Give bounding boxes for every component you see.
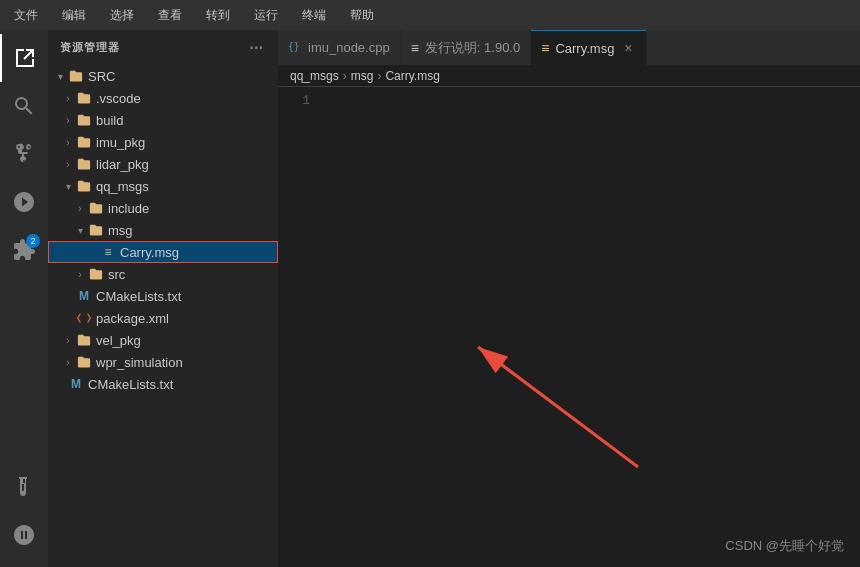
sidebar-title: 资源管理器 bbox=[60, 40, 120, 55]
menu-bar[interactable]: 文件 编辑 选择 查看 转到 运行 终端 帮助 bbox=[10, 5, 378, 26]
tree-icon-folder bbox=[88, 200, 104, 216]
remote-activity-icon[interactable] bbox=[0, 511, 48, 559]
tree-arrow-vscode: › bbox=[60, 90, 76, 106]
tab-imu_node[interactable]: {}imu_node.cpp bbox=[278, 30, 401, 65]
tree-label-qq_msgs: qq_msgs bbox=[96, 179, 149, 194]
tree-label-include: include bbox=[108, 201, 149, 216]
sidebar: 资源管理器 ⋯ ▾SRC›.vscode›build›imu_pkg›lidar… bbox=[48, 30, 278, 567]
editor-area: {}imu_node.cpp≡发行说明: 1.90.0≡Carry.msg× q… bbox=[278, 30, 860, 567]
tab-label-imu_node: imu_node.cpp bbox=[308, 40, 390, 55]
test-activity-icon[interactable] bbox=[0, 463, 48, 511]
menu-edit[interactable]: 编辑 bbox=[58, 5, 90, 26]
tree-arrow-carry_msg bbox=[84, 244, 100, 260]
extensions-activity-icon[interactable]: 2 bbox=[0, 226, 48, 274]
extensions-badge: 2 bbox=[26, 234, 40, 248]
tree-label-cmake1: CMakeLists.txt bbox=[96, 289, 181, 304]
run-activity-icon[interactable] bbox=[0, 178, 48, 226]
tree-label-src_sub: src bbox=[108, 267, 125, 282]
tree-label-imu_pkg: imu_pkg bbox=[96, 135, 145, 150]
tree-item-build[interactable]: ›build bbox=[48, 109, 278, 131]
menu-run[interactable]: 运行 bbox=[250, 5, 282, 26]
tree-item-carry_msg[interactable]: ≡Carry.msg bbox=[48, 241, 278, 263]
tree-item-cmake1[interactable]: MCMakeLists.txt bbox=[48, 285, 278, 307]
tree-item-wpr_sim[interactable]: ›wpr_simulation bbox=[48, 351, 278, 373]
tree-icon-xml bbox=[76, 310, 92, 326]
tab-carry[interactable]: ≡Carry.msg× bbox=[531, 30, 647, 65]
menu-goto[interactable]: 转到 bbox=[202, 5, 234, 26]
tree-item-vel_pkg[interactable]: ›vel_pkg bbox=[48, 329, 278, 351]
tree-arrow-build: › bbox=[60, 112, 76, 128]
cpp-icon: {} bbox=[288, 39, 302, 56]
tree-label-package_xml: package.xml bbox=[96, 311, 169, 326]
menu-terminal[interactable]: 终端 bbox=[298, 5, 330, 26]
tree-arrow-wpr_sim: › bbox=[60, 354, 76, 370]
tree-arrow-lidar_pkg: › bbox=[60, 156, 76, 172]
sidebar-tree: ▾SRC›.vscode›build›imu_pkg›lidar_pkg▾qq_… bbox=[48, 65, 278, 567]
note-icon: ≡ bbox=[411, 40, 419, 56]
tree-arrow-msg: ▾ bbox=[72, 222, 88, 238]
tree-icon-msg: ≡ bbox=[100, 244, 116, 260]
breadcrumb-sep-1: › bbox=[377, 69, 381, 83]
tree-item-package_xml[interactable]: package.xml bbox=[48, 307, 278, 329]
tree-arrow-package_xml bbox=[60, 310, 76, 326]
breadcrumb-part-2[interactable]: Carry.msg bbox=[385, 69, 439, 83]
tree-item-imu_pkg[interactable]: ›imu_pkg bbox=[48, 131, 278, 153]
search-activity-icon[interactable] bbox=[0, 82, 48, 130]
tree-icon-cmake: M bbox=[76, 288, 92, 304]
tree-item-vscode[interactable]: ›.vscode bbox=[48, 87, 278, 109]
tree-arrow-include: › bbox=[72, 200, 88, 216]
tree-icon-folder bbox=[88, 222, 104, 238]
tree-label-wpr_sim: wpr_simulation bbox=[96, 355, 183, 370]
tree-label-build: build bbox=[96, 113, 123, 128]
tree-item-lidar_pkg[interactable]: ›lidar_pkg bbox=[48, 153, 278, 175]
source-control-activity-icon[interactable] bbox=[0, 130, 48, 178]
tree-label-vel_pkg: vel_pkg bbox=[96, 333, 141, 348]
tab-publish[interactable]: ≡发行说明: 1.90.0 bbox=[401, 30, 532, 65]
msg-icon: ≡ bbox=[541, 40, 549, 56]
tree-label-carry_msg: Carry.msg bbox=[120, 245, 179, 260]
tab-label-publish: 发行说明: 1.90.0 bbox=[425, 39, 520, 57]
tree-icon-folder bbox=[76, 354, 92, 370]
code-area[interactable] bbox=[318, 87, 860, 567]
tab-label-carry: Carry.msg bbox=[555, 41, 614, 56]
tree-arrow-imu_pkg: › bbox=[60, 134, 76, 150]
menu-help[interactable]: 帮助 bbox=[346, 5, 378, 26]
tree-icon-folder bbox=[76, 156, 92, 172]
menu-select[interactable]: 选择 bbox=[106, 5, 138, 26]
watermark: CSDN @先睡个好觉 bbox=[725, 537, 844, 555]
svg-text:{}: {} bbox=[288, 41, 300, 52]
tree-label-lidar_pkg: lidar_pkg bbox=[96, 157, 149, 172]
tab-close-carry[interactable]: × bbox=[620, 40, 636, 56]
sidebar-header: 资源管理器 ⋯ bbox=[48, 30, 278, 65]
tree-arrow-src: ▾ bbox=[52, 68, 68, 84]
sidebar-header-icons: ⋯ bbox=[247, 38, 266, 58]
breadcrumb-sep-0: › bbox=[343, 69, 347, 83]
tree-item-src_sub[interactable]: ›src bbox=[48, 263, 278, 285]
new-file-icon[interactable]: ⋯ bbox=[247, 38, 266, 58]
tree-label-msg: msg bbox=[108, 223, 133, 238]
menu-view[interactable]: 查看 bbox=[154, 5, 186, 26]
tab-bar: {}imu_node.cpp≡发行说明: 1.90.0≡Carry.msg× bbox=[278, 30, 860, 65]
tree-item-src[interactable]: ▾SRC bbox=[48, 65, 278, 87]
breadcrumb-part-0[interactable]: qq_msgs bbox=[290, 69, 339, 83]
tree-icon-folder bbox=[76, 332, 92, 348]
breadcrumb-part-1[interactable]: msg bbox=[351, 69, 374, 83]
tree-item-cmake2[interactable]: MCMakeLists.txt bbox=[48, 373, 278, 395]
tree-icon-folder bbox=[76, 178, 92, 194]
tree-icon-cmake: M bbox=[68, 376, 84, 392]
main-container: 2 资源管理器 ⋯ ▾SRC›.vscode›build›imu_pkg›lid… bbox=[0, 30, 860, 567]
tree-arrow-cmake2 bbox=[52, 376, 68, 392]
tree-arrow-src_sub: › bbox=[72, 266, 88, 282]
menu-file[interactable]: 文件 bbox=[10, 5, 42, 26]
tree-item-msg[interactable]: ▾msg bbox=[48, 219, 278, 241]
tree-label-cmake2: CMakeLists.txt bbox=[88, 377, 173, 392]
tree-icon-folder bbox=[76, 90, 92, 106]
tree-item-include[interactable]: ›include bbox=[48, 197, 278, 219]
explorer-activity-icon[interactable] bbox=[0, 34, 48, 82]
breadcrumb: qq_msgs › msg › Carry.msg bbox=[278, 65, 860, 87]
tree-label-src: SRC bbox=[88, 69, 115, 84]
activity-bar: 2 bbox=[0, 30, 48, 567]
tree-item-qq_msgs[interactable]: ▾qq_msgs bbox=[48, 175, 278, 197]
editor-content[interactable]: 1 bbox=[278, 87, 860, 567]
tree-icon-folder bbox=[68, 68, 84, 84]
